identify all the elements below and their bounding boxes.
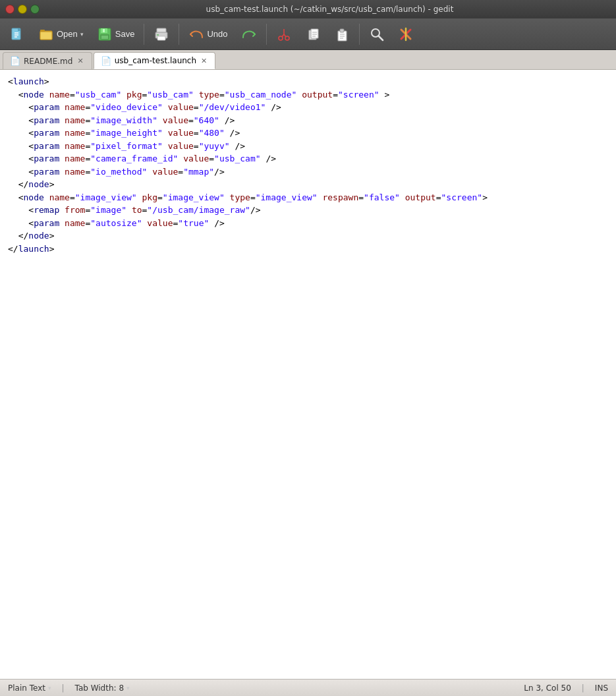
cursor-position: Ln 3, Col 50 [524,683,571,693]
svg-rect-23 [311,29,318,38]
print-icon [154,26,169,42]
save-button[interactable]: Save [92,24,140,45]
toolbar: Open ▾ Save [0,18,616,50]
undo-label: Undo [207,29,227,39]
tab-launch-close[interactable]: ✕ [200,57,208,65]
tab-readme-icon: 📄 [10,56,20,66]
redo-icon [241,26,257,42]
open-dropdown-arrow: ▾ [80,31,84,38]
open-icon [38,26,54,42]
open-button[interactable]: Open ▾ [33,24,89,45]
window-title: usb_cam-test.launch (~/catkin_ws/src/usb… [49,5,611,14]
tab-launch[interactable]: 📄 usb_cam-test.launch ✕ [94,52,216,69]
svg-rect-15 [157,36,165,40]
statusbar-right: Ln 3, Col 50 | INS [524,683,608,693]
close-button[interactable] [5,5,14,14]
svg-rect-16 [157,34,159,36]
minimize-button[interactable] [18,5,27,14]
tab-readme-label: README.md [24,57,72,66]
file-type-dropdown[interactable]: ▾ [48,685,51,691]
file-type-section[interactable]: Plain Text ▾ [8,683,51,693]
tab-width-dropdown[interactable]: ▾ [126,685,130,691]
cut-icon [276,26,292,42]
status-sep-2: | [582,683,584,693]
separator-3 [266,24,267,45]
copy-button[interactable] [300,24,326,45]
tab-width-label: Tab Width: 8 [75,683,124,693]
tabs-bar: 📄 README.md ✕ 📄 usb_cam-test.launch ✕ [0,50,616,70]
tools-icon [398,26,414,42]
new-button[interactable] [4,24,30,45]
statusbar: Plain Text ▾ | Tab Width: 8 ▾ Ln 3, Col … [0,679,616,696]
undo-icon [188,26,204,42]
tab-readme[interactable]: 📄 README.md ✕ [3,52,92,69]
copy-icon [305,26,321,42]
print-button[interactable] [148,24,175,45]
window-controls[interactable] [5,5,40,14]
separator-1 [144,24,144,45]
tab-launch-label: usb_cam-test.launch [115,56,196,65]
titlebar: usb_cam-test.launch (~/catkin_ws/src/usb… [0,0,616,18]
file-type-label: Plain Text [8,683,45,693]
open-label: Open [57,29,78,39]
separator-2 [179,24,179,45]
find-button[interactable] [364,24,390,45]
svg-rect-7 [40,32,52,40]
svg-rect-12 [101,36,108,39]
new-icon [9,26,25,42]
redo-button[interactable] [236,24,262,45]
save-label: Save [115,29,135,39]
svg-line-20 [284,34,286,37]
svg-line-33 [378,36,383,40]
find-icon [369,26,385,42]
tab-readme-close[interactable]: ✕ [76,57,84,65]
cut-button[interactable] [271,24,297,45]
insert-mode: INS [595,683,608,693]
maximize-button[interactable] [30,5,40,14]
tab-launch-icon: 📄 [101,56,111,66]
editor-wrapper: <launch> <node name="usb_cam" pkg="usb_c… [0,70,616,696]
paste-icon [334,26,350,42]
svg-rect-10 [103,29,105,32]
paste-button[interactable] [329,24,355,45]
undo-button[interactable]: Undo [183,24,233,45]
svg-rect-1 [18,28,20,31]
editor-area[interactable]: <launch> <node name="usb_cam" pkg="usb_c… [0,70,616,679]
svg-rect-28 [340,29,344,32]
separator-4 [359,24,360,45]
tools-button[interactable] [393,24,419,45]
status-sep-1: | [61,683,64,693]
tab-width-section[interactable]: Tab Width: 8 ▾ [75,683,130,693]
save-icon [97,26,113,42]
